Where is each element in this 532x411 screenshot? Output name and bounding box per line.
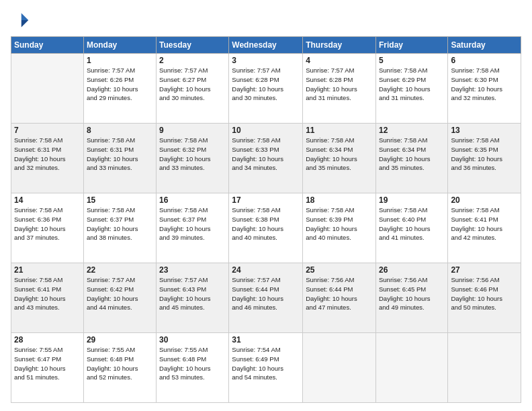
- calendar-week-row: 14Sunrise: 7:58 AMSunset: 6:36 PMDayligh…: [11, 193, 521, 263]
- weekday-header-monday: Monday: [83, 37, 156, 54]
- calendar-cell: 28Sunrise: 7:55 AMSunset: 6:47 PMDayligh…: [11, 333, 84, 403]
- day-number: 1: [87, 56, 153, 65]
- day-info: Sunrise: 7:58 AMSunset: 6:37 PMDaylight:…: [159, 205, 226, 242]
- calendar-cell: 22Sunrise: 7:57 AMSunset: 6:42 PMDayligh…: [83, 263, 156, 333]
- day-number: 2: [159, 56, 226, 65]
- calendar-cell: 6Sunrise: 7:58 AMSunset: 6:30 PMDaylight…: [448, 54, 521, 124]
- day-info: Sunrise: 7:58 AMSunset: 6:31 PMDaylight:…: [14, 136, 81, 173]
- calendar-cell: 5Sunrise: 7:58 AMSunset: 6:29 PMDaylight…: [375, 54, 447, 124]
- calendar-cell: 19Sunrise: 7:58 AMSunset: 6:40 PMDayligh…: [375, 193, 447, 263]
- day-number: 11: [306, 126, 373, 135]
- calendar-cell: 29Sunrise: 7:55 AMSunset: 6:48 PMDayligh…: [83, 333, 156, 403]
- day-info: Sunrise: 7:58 AMSunset: 6:29 PMDaylight:…: [379, 66, 445, 103]
- calendar-cell: 3Sunrise: 7:57 AMSunset: 6:28 PMDaylight…: [229, 54, 303, 124]
- day-number: 18: [306, 195, 373, 205]
- day-info: Sunrise: 7:58 AMSunset: 6:38 PMDaylight:…: [232, 205, 300, 242]
- calendar-cell: 1Sunrise: 7:57 AMSunset: 6:26 PMDaylight…: [83, 54, 156, 124]
- day-info: Sunrise: 7:57 AMSunset: 6:42 PMDaylight:…: [87, 275, 153, 312]
- calendar-cell: 31Sunrise: 7:54 AMSunset: 6:49 PMDayligh…: [229, 333, 303, 403]
- day-number: 14: [14, 195, 81, 205]
- svg-marker-1: [21, 20, 29, 28]
- day-number: 25: [306, 265, 373, 275]
- day-info: Sunrise: 7:57 AMSunset: 6:26 PMDaylight:…: [87, 66, 153, 103]
- day-info: Sunrise: 7:58 AMSunset: 6:32 PMDaylight:…: [159, 136, 226, 173]
- day-number: 20: [451, 195, 518, 205]
- day-number: 22: [87, 265, 153, 275]
- day-info: Sunrise: 7:55 AMSunset: 6:48 PMDaylight:…: [87, 345, 153, 382]
- day-info: Sunrise: 7:58 AMSunset: 6:36 PMDaylight:…: [14, 205, 81, 242]
- day-info: Sunrise: 7:57 AMSunset: 6:44 PMDaylight:…: [232, 275, 300, 312]
- calendar-week-row: 1Sunrise: 7:57 AMSunset: 6:26 PMDaylight…: [11, 54, 521, 124]
- day-number: 4: [306, 56, 373, 65]
- day-info: Sunrise: 7:58 AMSunset: 6:40 PMDaylight:…: [379, 205, 445, 242]
- day-info: Sunrise: 7:56 AMSunset: 6:45 PMDaylight:…: [379, 275, 445, 312]
- calendar-cell: 27Sunrise: 7:56 AMSunset: 6:46 PMDayligh…: [448, 263, 521, 333]
- day-info: Sunrise: 7:57 AMSunset: 6:43 PMDaylight:…: [159, 275, 226, 312]
- day-info: Sunrise: 7:55 AMSunset: 6:47 PMDaylight:…: [14, 345, 81, 382]
- day-number: 31: [232, 335, 300, 345]
- calendar-week-row: 7Sunrise: 7:58 AMSunset: 6:31 PMDaylight…: [11, 124, 521, 193]
- calendar-cell: 12Sunrise: 7:58 AMSunset: 6:34 PMDayligh…: [375, 124, 447, 193]
- svg-marker-0: [21, 13, 29, 21]
- day-number: 24: [232, 265, 300, 275]
- weekday-header-sunday: Sunday: [11, 37, 84, 54]
- calendar-cell: 4Sunrise: 7:57 AMSunset: 6:28 PMDaylight…: [303, 54, 376, 124]
- calendar-cell: 30Sunrise: 7:55 AMSunset: 6:48 PMDayligh…: [157, 333, 229, 403]
- calendar-cell: 15Sunrise: 7:58 AMSunset: 6:37 PMDayligh…: [83, 193, 156, 263]
- weekday-header-friday: Friday: [375, 37, 447, 54]
- weekday-header-wednesday: Wednesday: [229, 37, 303, 54]
- day-number: 12: [379, 126, 445, 135]
- day-info: Sunrise: 7:58 AMSunset: 6:30 PMDaylight:…: [451, 66, 518, 103]
- calendar-cell: 13Sunrise: 7:58 AMSunset: 6:35 PMDayligh…: [448, 124, 521, 193]
- calendar-cell: 17Sunrise: 7:58 AMSunset: 6:38 PMDayligh…: [229, 193, 303, 263]
- day-info: Sunrise: 7:58 AMSunset: 6:39 PMDaylight:…: [306, 205, 373, 242]
- calendar-week-row: 28Sunrise: 7:55 AMSunset: 6:47 PMDayligh…: [11, 333, 521, 403]
- day-number: 29: [87, 335, 153, 345]
- day-number: 6: [451, 56, 518, 65]
- day-info: Sunrise: 7:58 AMSunset: 6:31 PMDaylight:…: [87, 136, 153, 173]
- weekday-header-tuesday: Tuesday: [157, 37, 229, 54]
- calendar-cell: 23Sunrise: 7:57 AMSunset: 6:43 PMDayligh…: [157, 263, 229, 333]
- calendar-table: SundayMondayTuesdayWednesdayThursdayFrid…: [11, 36, 521, 403]
- calendar-cell: [448, 333, 521, 403]
- day-number: 9: [159, 126, 226, 135]
- calendar-cell: 24Sunrise: 7:57 AMSunset: 6:44 PMDayligh…: [229, 263, 303, 333]
- day-info: Sunrise: 7:58 AMSunset: 6:41 PMDaylight:…: [14, 275, 81, 312]
- day-info: Sunrise: 7:55 AMSunset: 6:48 PMDaylight:…: [159, 345, 226, 382]
- calendar-cell: 18Sunrise: 7:58 AMSunset: 6:39 PMDayligh…: [303, 193, 376, 263]
- day-number: 3: [232, 56, 300, 65]
- day-number: 10: [232, 126, 300, 135]
- calendar-cell: 9Sunrise: 7:58 AMSunset: 6:32 PMDaylight…: [157, 124, 229, 193]
- day-number: 5: [379, 56, 445, 65]
- day-info: Sunrise: 7:54 AMSunset: 6:49 PMDaylight:…: [232, 345, 300, 382]
- calendar-cell: 8Sunrise: 7:58 AMSunset: 6:31 PMDaylight…: [83, 124, 156, 193]
- day-info: Sunrise: 7:57 AMSunset: 6:27 PMDaylight:…: [159, 66, 226, 103]
- weekday-header-thursday: Thursday: [303, 37, 376, 54]
- day-info: Sunrise: 7:58 AMSunset: 6:33 PMDaylight:…: [232, 136, 300, 173]
- day-number: 27: [451, 265, 518, 275]
- day-number: 19: [379, 195, 445, 205]
- calendar-cell: 16Sunrise: 7:58 AMSunset: 6:37 PMDayligh…: [157, 193, 229, 263]
- day-number: 15: [87, 195, 153, 205]
- day-number: 13: [451, 126, 518, 135]
- day-info: Sunrise: 7:57 AMSunset: 6:28 PMDaylight:…: [232, 66, 300, 103]
- calendar-cell: [303, 333, 376, 403]
- weekday-header-saturday: Saturday: [448, 37, 521, 54]
- page: SundayMondayTuesdayWednesdayThursdayFrid…: [0, 0, 532, 411]
- logo: [11, 11, 32, 30]
- calendar-cell: 10Sunrise: 7:58 AMSunset: 6:33 PMDayligh…: [229, 124, 303, 193]
- header: [11, 11, 521, 30]
- day-info: Sunrise: 7:58 AMSunset: 6:34 PMDaylight:…: [306, 136, 373, 173]
- calendar-cell: [11, 54, 84, 124]
- day-number: 16: [159, 195, 226, 205]
- calendar-cell: [375, 333, 447, 403]
- calendar-cell: 20Sunrise: 7:58 AMSunset: 6:41 PMDayligh…: [448, 193, 521, 263]
- day-info: Sunrise: 7:58 AMSunset: 6:34 PMDaylight:…: [379, 136, 445, 173]
- calendar-cell: 25Sunrise: 7:56 AMSunset: 6:44 PMDayligh…: [303, 263, 376, 333]
- calendar-cell: 26Sunrise: 7:56 AMSunset: 6:45 PMDayligh…: [375, 263, 447, 333]
- day-number: 7: [14, 126, 81, 135]
- calendar-cell: 14Sunrise: 7:58 AMSunset: 6:36 PMDayligh…: [11, 193, 84, 263]
- calendar-cell: 11Sunrise: 7:58 AMSunset: 6:34 PMDayligh…: [303, 124, 376, 193]
- day-info: Sunrise: 7:58 AMSunset: 6:37 PMDaylight:…: [87, 205, 153, 242]
- logo-icon: [11, 11, 30, 30]
